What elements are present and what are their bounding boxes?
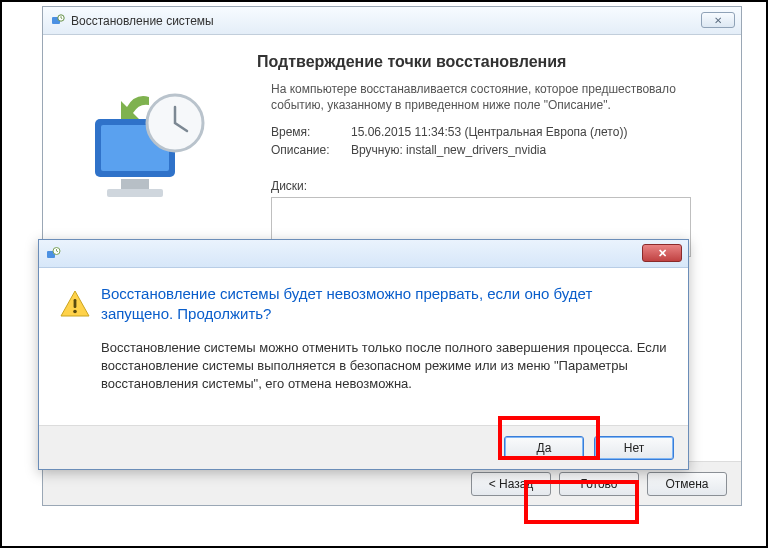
close-icon: ✕ [714,15,722,26]
dialog-close-button[interactable]: ✕ [642,244,682,262]
page-title: Подтверждение точки восстановления [257,53,719,71]
window-close-button[interactable]: ✕ [701,12,735,28]
time-value: 15.06.2015 11:34:53 (Центральная Европа … [351,125,627,139]
time-row: Время: 15.06.2015 11:34:53 (Центральная … [271,125,719,139]
warning-icon [59,284,101,393]
dialog-text: Восстановление системы можно отменить то… [101,339,668,394]
description-value: Вручную: install_new_drivers_nvidia [351,143,546,157]
svg-point-10 [73,310,77,314]
dialog-heading: Восстановление системы будет невозможно … [101,284,668,325]
window-titlebar[interactable]: Восстановление системы ✕ [43,7,741,35]
svg-rect-4 [121,179,149,189]
confirm-dialog: ✕ Восстановление системы будет невозможн… [38,239,689,470]
system-restore-icon [45,246,61,262]
close-icon: ✕ [658,247,667,260]
ready-button[interactable]: Готово [559,472,639,496]
back-button[interactable]: < Назад [471,472,551,496]
svg-rect-9 [74,299,77,308]
time-label: Время: [271,125,351,139]
svg-rect-5 [107,189,163,197]
window-title: Восстановление системы [71,14,214,28]
dialog-titlebar[interactable]: ✕ [39,240,688,268]
intro-text: На компьютере восстанавливается состояни… [271,81,719,113]
cancel-button[interactable]: Отмена [647,472,727,496]
description-label: Описание: [271,143,351,157]
description-row: Описание: Вручную: install_new_drivers_n… [271,143,719,157]
dialog-footer: Да Нет [39,425,688,469]
no-button[interactable]: Нет [594,436,674,460]
yes-button[interactable]: Да [504,436,584,460]
disks-label: Диски: [271,179,719,193]
system-restore-icon [49,13,65,29]
dialog-body: Восстановление системы будет невозможно … [39,268,688,397]
